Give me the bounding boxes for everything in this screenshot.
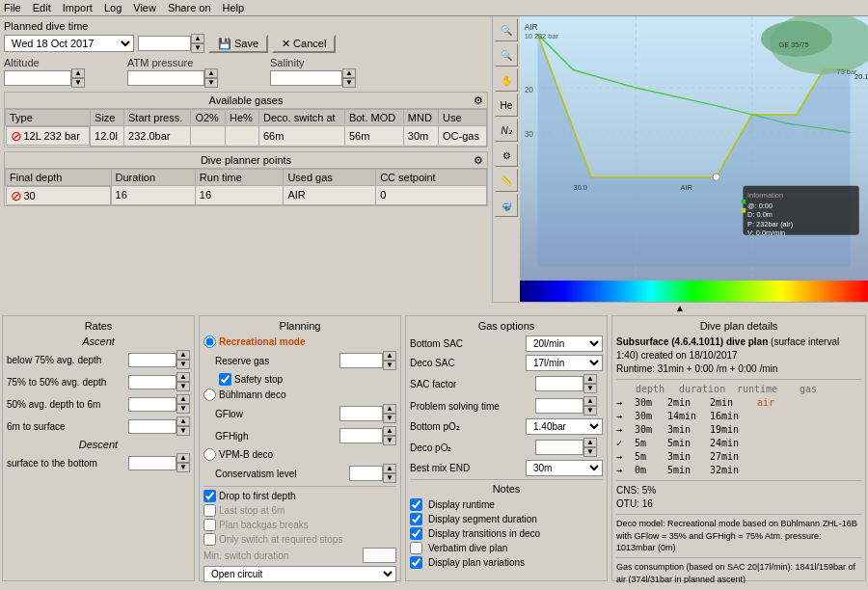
tool-settings[interactable]: ⚙ [495,144,518,167]
svg-text:20: 20 [525,85,534,94]
gflow-down[interactable]: ▼ [383,414,396,423]
rate-down-3[interactable]: ▼ [176,404,190,414]
runtime-label: Runtime: 31min + 0:00 /m + 0:00 /min [616,363,777,374]
display-segment-check[interactable] [410,513,422,525]
only-switch-check[interactable] [203,533,216,546]
sac-down[interactable]: ▼ [583,384,597,393]
rate-down-1[interactable]: ▼ [176,360,190,369]
gases-gear-icon[interactable]: ⚙ [474,94,483,107]
altitude-down[interactable]: ▼ [71,78,85,88]
date-select[interactable]: Wed 18 Oct 2017 [4,35,134,52]
gfhigh-label: GFHigh [215,431,339,442]
gfhigh-input[interactable]: 75% [339,428,383,443]
profile-collapse[interactable]: ▲ [492,302,868,313]
salinity-input[interactable]: 1.03 kg/l [270,70,342,86]
tool-ruler[interactable]: 📏 [495,169,518,192]
planner-gear-icon[interactable]: ⚙ [474,154,483,167]
menu-view[interactable]: View [133,2,156,13]
cons-down[interactable]: ▼ [383,473,396,483]
recreational-label: Recreational mode [219,336,305,347]
rate-up-3[interactable]: ▲ [176,394,190,404]
rate-input-4[interactable]: 1m/min [128,419,176,434]
last-stop-check[interactable] [203,504,216,517]
display-transitions-check[interactable] [410,527,422,540]
altitude-input[interactable]: 0m [4,70,71,86]
atm-input[interactable]: 1013mbar [127,70,204,86]
save-button[interactable]: 💾 Save [208,35,268,53]
display-runtime-check[interactable] [410,498,422,511]
salinity-down[interactable]: ▼ [342,78,356,88]
menu-file[interactable]: File [4,2,21,13]
menu-import[interactable]: Import [63,2,93,13]
conservatism-input[interactable]: +3 [349,466,383,481]
time-down[interactable]: ▼ [191,43,204,53]
sac-factor-input[interactable]: 2.0 [535,376,583,391]
rate-up-4[interactable]: ▲ [176,416,190,426]
bottom-sac-select[interactable]: 20l/min [526,335,603,352]
menu-help[interactable]: Help [223,2,245,13]
plan-backgas-check[interactable] [203,519,216,531]
min-switch-input[interactable]: 1min [363,548,396,563]
cancel-button[interactable]: ✕ Cancel [272,35,336,53]
rate-label-4: 6m to surface [7,421,66,432]
gflow-up[interactable]: ▲ [383,404,396,414]
salinity-up[interactable]: ▲ [342,68,356,78]
reserve-down[interactable]: ▼ [383,361,396,370]
rate-input-3[interactable]: 6m/min [128,397,176,412]
decopo2-down[interactable]: ▼ [583,447,597,457]
rate-up-descent[interactable]: ▲ [176,453,190,463]
rate-input-1[interactable]: 9m/min [128,353,176,367]
tool-hand[interactable]: ✋ [495,68,518,92]
deco-po2-input[interactable]: 1.60bar [535,440,583,455]
display-variations-check[interactable] [410,556,422,569]
menu-edit[interactable]: Edit [33,2,51,13]
tool-n2[interactable]: N₂ [495,119,518,142]
gflow-input[interactable]: 35% [339,406,383,421]
vpmb-radio[interactable] [203,448,216,461]
gfhigh-down[interactable]: ▼ [383,436,396,445]
rate-down-4[interactable]: ▼ [176,426,190,436]
rate-down-descent[interactable]: ▼ [176,463,190,472]
reserve-gas-input[interactable]: 40bar [339,353,383,368]
deco-sac-select[interactable]: 17l/min [526,355,603,371]
buhlmann-radio[interactable] [203,389,216,401]
rate-down-2[interactable]: ▼ [176,382,190,391]
depth-table: depth duration runtime gas → 30m 2min 2m… [616,383,861,477]
tool-zoom-out[interactable]: 🔍 [495,43,518,67]
atm-up[interactable]: ▲ [204,68,218,78]
prob-down[interactable]: ▼ [583,406,597,416]
altitude-up[interactable]: ▲ [71,68,85,78]
safety-stop-label: Safety stop [234,374,283,385]
col-run-time: Run time [195,169,284,185]
tool-dive[interactable]: 🤿 [495,194,518,217]
rate-input-descent[interactable]: 18m/min [128,456,176,470]
circuit-select[interactable]: Open circuit [203,566,396,582]
svg-text:V: 0.0m/min: V: 0.0m/min [747,228,785,237]
verbatim-check[interactable] [410,542,422,554]
svg-rect-25 [742,208,746,213]
decopo2-up[interactable]: ▲ [583,438,597,447]
gfhigh-up[interactable]: ▲ [383,426,396,436]
rate-up-2[interactable]: ▲ [176,372,190,382]
menu-shareon[interactable]: Share on [168,2,211,13]
time-up[interactable]: ▲ [191,34,204,43]
cons-up[interactable]: ▲ [383,464,396,473]
menu-log[interactable]: Log [104,2,122,13]
tool-zoom-in[interactable]: 🔍 [495,18,518,41]
rate-up-1[interactable]: ▲ [176,350,190,360]
best-mix-select[interactable]: 30m [526,460,603,476]
safety-stop-check[interactable] [219,373,231,386]
sac-up[interactable]: ▲ [583,374,597,384]
rate-input-2[interactable]: 6m/min [128,375,176,389]
drop-to-first-check[interactable] [203,490,216,502]
atm-down[interactable]: ▼ [204,78,218,88]
recreational-radio[interactable] [203,335,216,348]
time-input[interactable]: 15:04 [138,36,191,51]
tool-he[interactable]: He [495,94,518,117]
bottom-po2-select[interactable]: 1.40bar [526,418,603,435]
prob-up[interactable]: ▲ [583,396,597,406]
col-deco-switch: Deco. switch at [258,110,344,126]
problem-solving-input[interactable]: 0min [535,398,583,414]
gas-size: 12.0l [91,126,124,147]
reserve-up[interactable]: ▲ [383,351,396,361]
